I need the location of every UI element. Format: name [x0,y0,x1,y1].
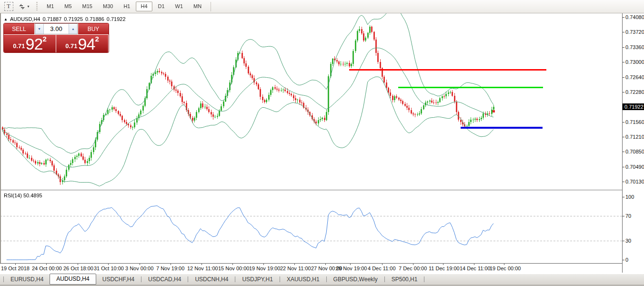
time-axis-label: 19 Dec 00:00 [490,266,521,271]
rsi-tick-label: 100 [625,194,634,200]
rsi-tick-label: 70 [625,213,631,219]
symbol-period-label: AUDUSD,H4 [10,16,40,22]
chart-tab-sp500[interactable]: SP500,H1 [385,275,424,284]
buy-price-button[interactable]: 0.71 94 2 [56,35,108,52]
chart-tab-usdchf[interactable]: USDCHF,H4 [96,275,141,284]
chart-tab-gbpusd[interactable]: GBPUSD,Weekly [327,275,384,284]
timeframe-button-mn[interactable]: MN [189,1,206,11]
time-axis-label: 7 Nov 19:00 [156,266,184,271]
price-tick-mark [623,47,624,48]
sell-price-button[interactable]: 0.71 92 2 [4,35,56,52]
timeframe-toolbar: M1M5M15M30H1H4D1W1MN [41,1,207,11]
price-tick-label: 0.72640 [625,74,644,80]
chart-tab-usdcad[interactable]: USDCAD,H4 [142,275,187,284]
time-axis-label: 22 Nov 11:00 [280,266,311,271]
one-click-trading-panel: SELL ▼ ▲ BUY 0.71 92 2 0.71 94 2 [4,23,109,52]
chart-tab-xauusd[interactable]: XAUUSD,H1 [281,275,326,284]
volume-stepper: ▼ ▲ [35,23,78,34]
timeframe-button-m1[interactable]: M1 [42,1,59,11]
chart-tab-eurusd[interactable]: EURUSD,H4 [4,275,50,284]
time-axis[interactable]: 19 Oct 201824 Oct 00:0026 Oct 18:0031 Oc… [0,263,622,273]
price-tick-mark [623,32,624,32]
metatrader-window: T ▾ M1M5M15M30H1H4D1W1MN ▲ AUDUSD,H4 0.7… [0,0,644,286]
collapse-arrow-icon[interactable]: ▲ [4,17,8,21]
price-tick-label: 0.70130 [625,179,644,184]
rsi-tick-mark [623,260,624,260]
price-tick-label: 0.70490 [625,164,644,170]
timeframe-button-m5[interactable]: M5 [60,1,76,11]
timeframe-button-m30[interactable]: M30 [98,1,118,11]
time-tick-mark [108,264,109,265]
time-tick-mark [325,264,326,265]
volume-input[interactable] [44,24,69,34]
current-price-badge: 0.71922 [623,103,644,110]
buy-button[interactable]: BUY [78,23,109,34]
chart-tab-usdjpy[interactable]: USDJPY,H1 [236,275,279,284]
text-label-tool-button[interactable]: T [2,1,15,12]
price-tick-label: 0.73000 [625,59,644,65]
rsi-chart-canvas[interactable] [0,191,622,263]
time-axis-label: 12 Nov 11:00 [187,266,218,271]
volume-decrease-button[interactable]: ▼ [35,24,44,34]
chart-window: ▲ AUDUSD,H4 0.71887 0.71925 0.71886 0.71… [0,13,644,273]
rsi-tick-mark [623,197,624,197]
price-tick-mark [623,77,624,78]
timeframe-button-w1[interactable]: W1 [171,1,188,11]
time-axis-label: 29 Nov 19:00 [336,266,367,271]
rsi-tick-label: 30 [625,238,631,244]
toolbar: T ▾ M1M5M15M30H1H4D1W1MN [0,0,644,13]
tab-separator [3,276,4,282]
price-axis[interactable]: 0.71922 0.740800.737200.733600.730000.72… [622,13,644,273]
sell-price-sup: 2 [42,35,46,43]
rsi-tick-mark [623,216,624,216]
time-tick-mark [263,264,264,265]
tab-separator [188,276,188,282]
chart-tabs-bar: EURUSD,H4AUDUSD,H4USDCHF,H4USDCAD,H4USDC… [0,274,644,285]
time-tick-mark [504,264,504,265]
time-axis-label: 4 Dec 11:00 [368,266,396,271]
chart-tab-usdcnh[interactable]: USDCNH,H4 [189,275,234,284]
time-axis-label: 26 Oct 18:00 [63,266,93,271]
price-tick-mark [623,122,624,123]
tab-separator [280,276,280,282]
price-tick-label: 0.71560 [625,119,644,125]
timeframe-button-d1[interactable]: D1 [153,1,170,11]
time-tick-mark [382,264,382,265]
time-tick-mark [171,264,171,265]
timeframe-button-m15[interactable]: M15 [78,1,97,11]
price-tick-mark [623,62,624,62]
time-axis-label: 7 Dec 00:00 [399,266,427,271]
price-tick-mark [623,152,624,152]
price-tick-label: 0.73360 [625,44,644,50]
price-tick-label: 0.73720 [625,29,644,35]
price-tick-mark [623,137,624,137]
time-tick-mark [232,264,233,265]
tab-separator [384,276,385,282]
text-tool-icon: T [4,2,13,11]
time-axis-label: 19 Nov 19:00 [249,266,280,271]
sell-button[interactable]: SELL [4,23,34,34]
volume-increase-button[interactable]: ▲ [69,24,77,34]
open-value: 0.71887 [43,16,62,22]
time-tick-mark [474,264,474,265]
time-axis-label: 24 Oct 00:00 [32,266,62,271]
ohlc-header: ▲ AUDUSD,H4 0.71887 0.71925 0.71886 0.71… [4,16,126,22]
price-tick-mark [623,17,624,18]
arrows-icon [18,3,26,10]
tab-separator [141,276,141,282]
tab-separator [235,276,235,282]
time-axis-label: 14 Dec 11:00 [460,266,491,271]
price-tick-label: 0.72280 [625,89,644,95]
toolbar-separator [211,2,211,11]
timeframe-button-h4[interactable]: H4 [136,1,152,11]
time-axis-label: 3 Nov 00:00 [125,266,153,271]
time-axis-label: 11 Dec 19:00 [429,266,460,271]
time-tick-mark [294,264,295,265]
window-left-edge [0,13,1,273]
chart-tab-audusd[interactable]: AUDUSD,H4 [50,274,96,285]
sell-price-big: 92 [26,37,43,51]
sell-price-prefix: 0.71 [13,42,25,50]
arrow-objects-tool-button[interactable]: ▾ [17,1,30,12]
buy-price-sup: 2 [95,35,99,43]
timeframe-button-h1[interactable]: H1 [119,1,135,11]
